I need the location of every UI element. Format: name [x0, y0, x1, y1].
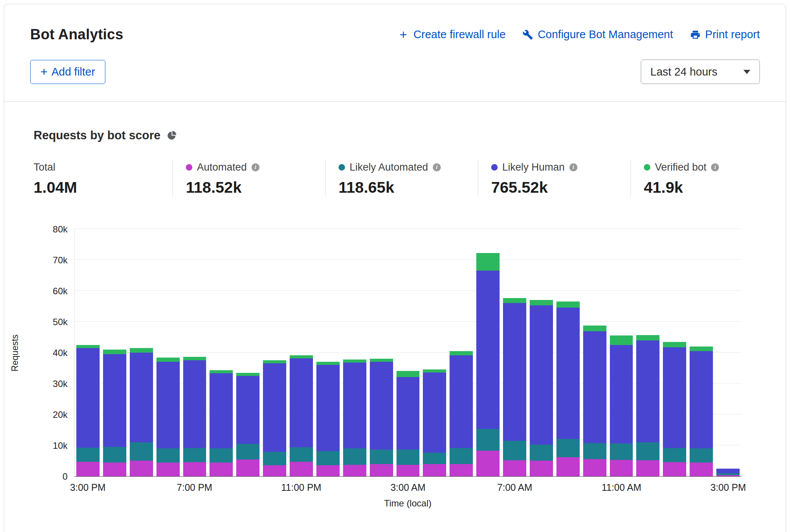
bar-segment — [583, 331, 606, 443]
chart-plot: 010k20k30k40k50k60k70k80k3:00 PM7:00 PM1… — [74, 229, 742, 477]
info-icon[interactable]: i — [711, 163, 719, 171]
bar-segment — [503, 460, 526, 476]
create-firewall-rule-link[interactable]: Create firewall rule — [398, 28, 506, 41]
bar-stack — [183, 357, 206, 476]
bar-segment — [716, 469, 740, 473]
bar-segment — [530, 461, 553, 476]
bar-segment — [183, 360, 206, 448]
bar-segment — [423, 372, 446, 453]
time-range-dropdown[interactable]: Last 24 hours — [641, 60, 760, 84]
chart-section: Requests by bot score Total 1.04M Automa… — [4, 102, 786, 509]
bar-segment — [610, 443, 633, 460]
bar-segment — [263, 452, 286, 465]
stat-verified-bot: Verified bot i 41.9k — [630, 160, 719, 197]
chevron-down-icon — [743, 70, 750, 74]
bar-segment — [316, 362, 340, 365]
bar-segment — [610, 335, 633, 345]
bar-segment — [636, 442, 659, 460]
bar-segment — [103, 354, 126, 447]
y-tick-label: 10k — [53, 440, 68, 451]
bar-stack — [716, 469, 740, 476]
x-tick-label: 11:00 AM — [601, 482, 641, 493]
bar-segment — [450, 351, 473, 355]
bar-segment — [397, 371, 420, 377]
bar-segment — [370, 450, 393, 464]
bar-segment — [636, 335, 659, 340]
bar-segment — [130, 353, 153, 442]
bar-stack — [636, 335, 659, 476]
bar-segment — [156, 358, 180, 362]
bar-segment — [583, 443, 606, 459]
stats-row: Total 1.04M Automated i 118.52k Likely A… — [34, 160, 756, 197]
wrench-icon — [522, 29, 533, 40]
bar-segment — [370, 464, 393, 476]
card-header: Bot Analytics Create firewall rule Confi… — [4, 4, 786, 102]
bar-segment — [690, 463, 713, 476]
bar-segment — [76, 462, 100, 476]
bar-stack — [690, 347, 713, 476]
x-tick-label: 7:00 PM — [177, 482, 212, 493]
bar-segment — [316, 365, 340, 451]
bar-segment — [690, 351, 713, 448]
stat-verified-bot-value: 41.9k — [644, 179, 719, 197]
bar-segment — [130, 442, 153, 461]
bar-stack — [263, 360, 286, 476]
info-icon[interactable]: i — [252, 163, 260, 171]
page-title: Bot Analytics — [30, 26, 123, 43]
chart-bars — [74, 229, 742, 476]
bar-segment — [530, 305, 553, 445]
stat-likely-human: Likely Human i 765.52k — [478, 160, 630, 197]
add-filter-button[interactable]: + Add filter — [30, 60, 105, 84]
y-tick-label: 30k — [53, 379, 68, 389]
bar-stack — [583, 326, 606, 476]
bar-stack — [290, 355, 313, 476]
stat-likely-human-value: 765.52k — [491, 179, 630, 197]
y-tick-label: 40k — [53, 348, 68, 358]
print-report-link[interactable]: Print report — [690, 28, 760, 41]
bar-stack — [316, 362, 340, 476]
print-report-label: Print report — [705, 28, 760, 41]
bar-segment — [716, 475, 740, 476]
plus-icon: + — [40, 66, 48, 78]
bar-segment — [503, 441, 526, 460]
bar-segment — [530, 445, 553, 461]
bar-segment — [556, 457, 580, 476]
bar-segment — [476, 429, 500, 451]
bar-stack — [343, 360, 366, 476]
bar-segment — [636, 460, 659, 476]
info-icon[interactable]: i — [569, 163, 577, 171]
bar-stack — [210, 370, 233, 476]
x-tick-label: 3:00 PM — [70, 482, 105, 493]
bar-stack — [236, 373, 260, 476]
stat-likely-automated-value: 118.65k — [339, 179, 478, 197]
bar-segment — [690, 448, 713, 462]
stat-verified-bot-label: Verified bot — [655, 161, 706, 173]
info-icon[interactable]: i — [433, 163, 441, 171]
bar-segment — [663, 342, 686, 348]
bar-segment — [183, 462, 206, 476]
bar-segment — [343, 360, 366, 363]
add-filter-label: Add filter — [52, 66, 95, 78]
bar-segment — [556, 308, 580, 439]
bar-segment — [210, 463, 233, 476]
bar-segment — [530, 300, 553, 306]
verified-bot-legend-dot — [644, 164, 650, 171]
bar-segment — [130, 461, 153, 476]
y-tick-label: 0 — [63, 471, 68, 482]
bar-segment — [130, 348, 153, 353]
bar-segment — [290, 355, 313, 358]
x-tick-label: 3:00 PM — [710, 482, 746, 493]
bar-segment — [263, 360, 286, 363]
bar-segment — [236, 373, 260, 376]
bar-segment — [476, 253, 500, 271]
bar-segment — [423, 464, 446, 476]
stat-total-label: Total — [34, 161, 55, 173]
bar-segment — [210, 370, 233, 373]
bar-segment — [103, 463, 126, 476]
bar-segment — [556, 439, 580, 457]
bar-segment — [156, 362, 180, 448]
configure-bot-management-link[interactable]: Configure Bot Management — [522, 28, 673, 41]
bar-segment — [450, 464, 473, 476]
y-axis-label: Requests — [10, 334, 20, 371]
bar-segment — [210, 448, 233, 462]
